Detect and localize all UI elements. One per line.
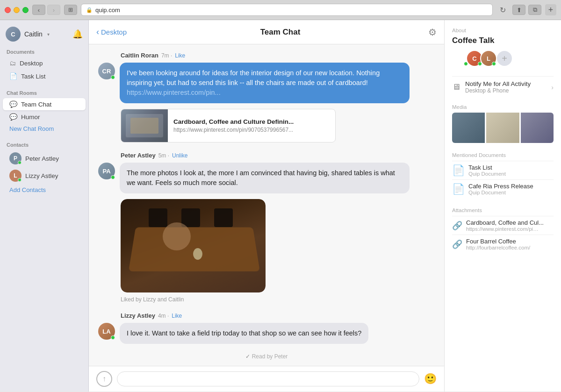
sidebar-item-humor[interactable]: 💬 Humor (3, 111, 86, 123)
message-meta-1: Caitlin Roran 7m · Like (121, 52, 435, 59)
attachment-pinterest-url: https://www.pinterest.com/pin/9... (466, 226, 541, 232)
cafe-ria-doc-name: Cafe Ria Press Release (468, 183, 533, 190)
humor-icon: 💬 (9, 113, 17, 121)
contact-lizzy[interactable]: L Lizzy Astley (3, 167, 86, 184)
msg1-initials: CR (102, 68, 111, 75)
doc-cafe-ria-info: Cafe Ria Press Release Quip Document (468, 183, 533, 195)
msg2-author: Peter Astley (121, 152, 156, 159)
sidebar-item-desktop[interactable]: 🗂 Desktop (3, 57, 86, 69)
link-icon-1: 🔗 (452, 221, 462, 231)
new-chat-room-link[interactable]: New Chat Room (3, 123, 86, 134)
message-input[interactable] (117, 371, 419, 386)
msg2-unlike-button[interactable]: Unlike (172, 152, 187, 159)
reader-button[interactable]: ⊞ (64, 5, 77, 15)
contacts-section: Contacts P Peter Astley L Lizzy Astley A… (0, 139, 88, 196)
msg3-avatar: LA (98, 323, 115, 340)
team-chat-icon: 💬 (9, 100, 17, 108)
msg2-avatar: PA (98, 163, 115, 179)
attachment-pinterest-name: Cardboard, Coffee and Cul... (466, 219, 544, 226)
about-label: About (452, 28, 554, 33)
lizzy-online-indicator (18, 178, 22, 182)
media-thumb-3[interactable] (521, 113, 554, 143)
person-shape (163, 222, 191, 250)
media-thumb-1[interactable] (452, 113, 485, 143)
msg3-like-button[interactable]: Like (172, 313, 182, 319)
maximize-button[interactable] (22, 7, 29, 13)
minimize-button[interactable] (14, 7, 20, 13)
media-section: Media (452, 104, 554, 143)
message-row-3: LA I love it. Want to take a field trip … (98, 323, 435, 344)
back-label: Desktop (101, 28, 127, 36)
notify-sub-text: Desktop & Phone (465, 87, 547, 94)
doc-task-list-info: Task List Quip Document (468, 164, 506, 177)
humor-label: Humor (21, 114, 40, 121)
task-list-doc-name: Task List (468, 164, 506, 171)
flower-shape (193, 248, 202, 260)
documents-section-label: Documents (0, 46, 88, 57)
notification-bell-icon[interactable]: 🔔 (72, 29, 83, 39)
messages-area: Caitlin Roran 7m · Like CR I've been loo… (89, 44, 444, 366)
msg3-time: 4m · (158, 313, 169, 319)
chair-shape-1 (149, 208, 167, 227)
lizzy-avatar: L (9, 170, 22, 182)
monitor-icon: 🖥 (452, 82, 460, 92)
msg1-like-button[interactable]: Like (175, 52, 185, 59)
contact-peter[interactable]: P Peter Astley (3, 150, 86, 167)
link-preview-img-placeholder (126, 114, 163, 137)
doc-cafe-ria[interactable]: 📄 Cafe Ria Press Release Quip Document (452, 179, 554, 198)
back-button[interactable]: ‹ Desktop (96, 27, 127, 37)
cafe-ria-doc-icon: 📄 (452, 183, 465, 195)
task-list-doc-icon: 📄 (452, 164, 465, 177)
refresh-button[interactable]: ↻ (496, 5, 509, 15)
media-grid (452, 113, 554, 143)
link-preview-url: https://www.pinterest.com/pin/9070537996… (173, 127, 294, 133)
msg1-link[interactable]: https://www.pinterest.com/pin... (127, 89, 221, 96)
msg3-bubble: I love it. Want to take a field trip tod… (120, 323, 368, 344)
read-receipt: ✓ Read by Peter (98, 353, 435, 360)
link-preview-image (121, 109, 168, 142)
link-icon-2: 🔗 (452, 239, 462, 249)
msg2-bubble: The more photos I look at, the more I am… (120, 163, 410, 193)
attachment-fourbarrel[interactable]: 🔗 Four Barrel Coffee http://fourbarrelco… (452, 235, 554, 253)
read-receipt-text: Read by Peter (252, 353, 288, 360)
user-name: Caitlin (24, 30, 43, 38)
attachment-pinterest[interactable]: 🔗 Cardboard, Coffee and Cul... https://w… (452, 216, 554, 235)
notify-chevron-icon[interactable]: › (551, 84, 554, 91)
doc-task-list[interactable]: 📄 Task List Quip Document (452, 161, 554, 179)
share-button[interactable]: ⬆ (512, 5, 525, 15)
main-chat: ‹ Desktop Team Chat ⚙ Caitlin Roran 7m ·… (89, 20, 444, 392)
msg2-photo (121, 199, 266, 292)
link-preview[interactable]: Cardboard, Coffee and Culture Definin...… (121, 109, 336, 143)
tab-button[interactable]: ⧉ (528, 5, 541, 15)
back-nav-button[interactable]: ‹ (32, 5, 45, 15)
send-button[interactable]: ↑ (96, 371, 112, 387)
notify-text: Notify Me for All Activity Desktop & Pho… (465, 80, 547, 94)
chat-name: Coffee Talk (452, 36, 554, 45)
close-button[interactable] (5, 7, 11, 13)
msg1-time: 7m · (161, 52, 172, 59)
nav-buttons: ‹ › (32, 5, 60, 15)
desktop-label: Desktop (20, 60, 43, 67)
sidebar-item-team-chat[interactable]: 💬 Team Chat (3, 98, 86, 110)
add-member-button[interactable]: + (496, 50, 513, 67)
chat-rooms-section: Chat Rooms 💬 Team Chat 💬 Humor New Chat … (0, 87, 88, 135)
message-meta-3: Lizzy Astley 4m · Like (121, 312, 435, 319)
msg1-avatar: CR (98, 63, 115, 79)
sidebar-item-task-list[interactable]: 📄 Task List (3, 70, 86, 82)
add-tab-button[interactable]: + (545, 4, 556, 15)
liked-by-text: Liked by Lizzy and Caitlin (121, 296, 435, 303)
settings-gear-icon[interactable]: ⚙ (428, 27, 437, 38)
cafe-ria-doc-type: Quip Document (468, 190, 533, 195)
attachment-fourbarrel-info: Four Barrel Coffee http://fourbarrelcoff… (466, 238, 530, 250)
msg3-initials: LA (102, 328, 110, 335)
emoji-button[interactable]: 🙂 (424, 373, 437, 385)
media-thumb-2[interactable] (486, 113, 519, 143)
attachment-fourbarrel-name: Four Barrel Coffee (466, 238, 530, 245)
sidebar: C Caitlin ▾ 🔔 Documents 🗂 Desktop 📄 Task… (0, 20, 89, 392)
msg2-online-dot (111, 175, 115, 179)
chat-header: ‹ Desktop Team Chat ⚙ (89, 20, 444, 44)
contacts-section-label: Contacts (0, 139, 88, 150)
forward-nav-button[interactable]: › (47, 5, 60, 15)
add-contacts-link[interactable]: Add Contacts (3, 185, 86, 195)
url-bar[interactable]: 🔒 quip.com (81, 4, 493, 16)
